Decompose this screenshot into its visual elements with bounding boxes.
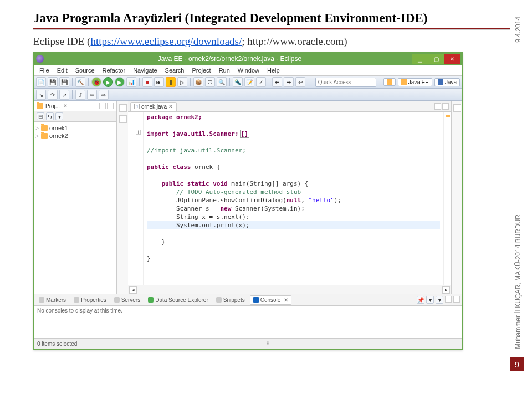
horizontal-scrollbar[interactable]: ◂ ▸ (128, 285, 451, 294)
separator (139, 78, 140, 86)
tasklist-view-button[interactable] (119, 115, 127, 123)
code-editor[interactable]: + package ornek2; import java.util.Scann… (128, 112, 451, 285)
minimize-view-button[interactable] (99, 103, 106, 109)
close-icon[interactable]: ✕ (63, 103, 68, 109)
code-line: public static void main(String[] args) { (147, 180, 308, 187)
pin-console-button[interactable]: 📌 (417, 296, 424, 304)
save-all-button[interactable]: 💾 (59, 77, 69, 87)
menu-window[interactable]: Window (234, 66, 263, 75)
view-menu-button[interactable]: ▾ (55, 112, 63, 120)
menu-help[interactable]: Help (264, 66, 283, 75)
coverage-button[interactable]: 📊 (126, 77, 136, 87)
tree-item-ornek2[interactable]: ▷ ornek2 (35, 132, 115, 140)
outline-view-button[interactable] (119, 104, 127, 112)
resume-button[interactable]: ▷ (177, 77, 187, 87)
last-edit-button[interactable]: ↩ (295, 77, 305, 87)
forward-button[interactable]: ➡ (284, 77, 294, 87)
skip-button[interactable]: ⏭ (154, 77, 164, 87)
tab-console[interactable]: Console✕ (250, 295, 292, 305)
close-button[interactable]: ✕ (444, 54, 460, 64)
minimize-button[interactable]: ▁ (412, 54, 428, 64)
editor-tab-ornek[interactable]: J ornek.java ✕ (130, 102, 177, 111)
close-icon[interactable]: ✕ (168, 104, 173, 109)
minimize-editor-button[interactable] (434, 103, 441, 110)
quick-access-input[interactable] (315, 78, 376, 87)
display-console-button[interactable]: ▾ (426, 296, 434, 304)
new-class-button[interactable]: © (205, 77, 215, 87)
menu-search[interactable]: Search (162, 66, 188, 75)
fold-expand-icon[interactable]: + (136, 130, 141, 135)
minimize-bottom-button[interactable] (445, 296, 452, 303)
expand-icon[interactable]: ▷ (35, 133, 39, 139)
menu-refactor[interactable]: Refactor (99, 66, 129, 75)
tab-servers[interactable]: Servers (111, 296, 143, 304)
menu-navigate[interactable]: Navigate (130, 66, 160, 75)
maximize-button[interactable]: ▢ (428, 54, 444, 64)
menu-run[interactable]: Run (216, 66, 233, 75)
maximize-bottom-button[interactable] (453, 296, 460, 303)
drop-frame-button[interactable]: ⤴ (75, 90, 85, 100)
stop-button[interactable]: ■ (142, 77, 152, 87)
step-return-button[interactable]: ↗ (59, 90, 69, 100)
nav-fwd-button[interactable]: ⇨ (99, 90, 109, 100)
open-console-button[interactable]: ▾ (436, 296, 443, 304)
build-button[interactable]: 🔨 (75, 77, 85, 87)
menu-file[interactable]: File (36, 66, 53, 75)
back-button[interactable]: ⬅ (272, 77, 282, 87)
open-perspective-button[interactable] (383, 78, 396, 86)
workbench-body: Proj... ✕ ⊟ ⇆ ▾ ▷ ornek1 (34, 101, 462, 294)
maximize-editor-button[interactable] (442, 103, 449, 110)
search-button[interactable]: 🔦 (233, 77, 243, 87)
scroll-left-button[interactable]: ◂ (129, 286, 137, 294)
code-content[interactable]: package ornek2; import java.util.Scanner… (144, 112, 443, 285)
tab-properties[interactable]: Properties (71, 296, 109, 304)
perspective-javaee-label: Java EE (408, 79, 429, 85)
close-icon[interactable]: ✕ (284, 297, 288, 303)
step-over-button[interactable]: ↷ (48, 90, 58, 100)
menu-project[interactable]: Project (188, 66, 214, 75)
new-button[interactable]: 📄 (36, 77, 46, 87)
separator (380, 78, 380, 86)
dse-icon (148, 297, 154, 303)
eclipse-link[interactable]: https://www.eclipse.org/downloads/ (90, 35, 242, 47)
collapse-all-button[interactable]: ⊟ (37, 112, 44, 120)
pause-button[interactable]: ‖ (166, 77, 176, 87)
perspective-javaee[interactable]: Java EE (398, 78, 432, 86)
tab-markers[interactable]: Markers (36, 296, 69, 304)
annotations-button[interactable]: 📝 (244, 77, 254, 87)
maximize-view-button[interactable] (107, 103, 114, 109)
tab-snippets[interactable]: Snippets (213, 296, 248, 304)
right-trim-stack (451, 101, 462, 294)
link-editor-button[interactable]: ⇆ (46, 112, 54, 120)
step-into-button[interactable]: ↘ (36, 90, 46, 100)
warning-marker-icon[interactable] (446, 115, 450, 117)
tree-label: ornek2 (49, 132, 68, 139)
tab-label: Console (260, 297, 281, 303)
outline-button[interactable] (453, 104, 461, 112)
page-number: 9 (510, 357, 524, 371)
eclipse-window: Java EE - ornek2/src/ornek2/ornek.java -… (33, 52, 463, 350)
run-ext-button[interactable]: ▶ (115, 77, 125, 87)
debug-button[interactable]: 🐞 (91, 77, 101, 87)
tab-label: Snippets (223, 297, 245, 303)
code-line: public class ornek { (147, 163, 220, 171)
project-explorer-tab[interactable]: Proj... ✕ (34, 101, 116, 111)
menu-source[interactable]: Source (72, 66, 98, 75)
scroll-right-button[interactable]: ▸ (442, 286, 450, 294)
tasks-button[interactable]: ✓ (256, 77, 266, 87)
perspective-java[interactable]: Java (434, 78, 460, 86)
nav-back-button[interactable]: ⇦ (87, 90, 97, 100)
title-divider (33, 28, 510, 30)
code-line-highlighted: System.out.print(x); (147, 221, 440, 229)
expand-icon[interactable]: ▷ (35, 125, 39, 131)
tree-item-ornek1[interactable]: ▷ ornek1 (35, 124, 115, 132)
open-type-button[interactable]: 🔍 (217, 77, 227, 87)
status-text: 0 items selected (37, 341, 77, 347)
java-file-icon: J (134, 104, 140, 109)
editor-area: J ornek.java ✕ + package ornek2; import … (128, 101, 451, 294)
menu-edit[interactable]: Edit (54, 66, 71, 75)
run-button[interactable]: ▶ (103, 77, 113, 87)
new-package-button[interactable]: 📦 (193, 77, 203, 87)
tab-data-source-explorer[interactable]: Data Source Explorer (145, 296, 211, 304)
save-button[interactable]: 💾 (48, 77, 58, 87)
